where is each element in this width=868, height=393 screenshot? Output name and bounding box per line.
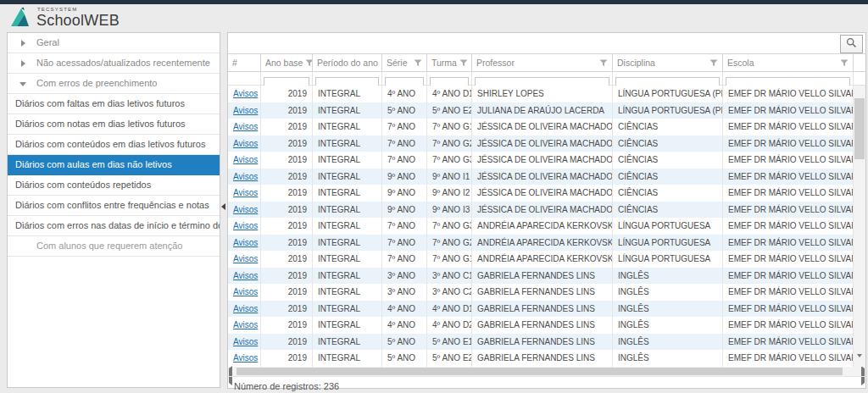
avisos-link[interactable]: Avisos	[233, 188, 258, 197]
column-header-periodo_do_ano[interactable]: Período do ano	[313, 54, 382, 71]
cell-text: 3º ANO	[387, 287, 415, 296]
filter-icon[interactable]	[709, 59, 718, 67]
grid-footer: Número de registros: 236	[228, 376, 865, 388]
cell-text: EMEF DR MÁRIO VELLO SILVARES	[728, 337, 854, 346]
filter-icon[interactable]	[599, 59, 608, 67]
sidebar-item[interactable]: Diários com conteúdos repetidos	[8, 175, 220, 196]
sidebar-item[interactable]: Diários com notas em dias letivos futuro…	[8, 114, 220, 135]
cell-professor: GABRIELA FERNANDES LINS	[472, 350, 613, 367]
cell-text: 2019	[288, 304, 307, 313]
cell-periodo_do_ano: INTEGRAL	[313, 218, 382, 235]
sidebar-item[interactable]: Não acessados/atualizados recentemente	[8, 53, 220, 74]
column-header-turma[interactable]: Turma	[427, 54, 472, 71]
filter-cell-ano_base	[261, 72, 313, 85]
cell-text: 9º ANO	[387, 188, 415, 197]
cell-periodo_do_ano: INTEGRAL	[313, 185, 382, 202]
avisos-link[interactable]: Avisos	[233, 106, 258, 115]
vertical-scrollbar[interactable]	[854, 86, 865, 367]
search-button[interactable]	[840, 35, 863, 53]
cell-text: 2019	[288, 139, 307, 148]
cell-turma: 4º ANO D1	[427, 301, 472, 318]
avisos-link[interactable]: Avisos	[233, 221, 258, 230]
sidebar-item[interactable]: Diários com conflitos entre frequências …	[8, 196, 220, 216]
cell-periodo_do_ano: INTEGRAL	[313, 102, 382, 119]
column-header-escola[interactable]: Escola	[723, 54, 854, 71]
avisos-link[interactable]: Avisos	[233, 172, 258, 181]
column-header-label: Turma	[431, 58, 457, 68]
cell-serie: 4º ANO	[382, 317, 427, 334]
filter-icon[interactable]	[840, 59, 849, 67]
cell-ano_base: 2019	[261, 251, 313, 268]
column-header-professor[interactable]: Professor	[472, 54, 613, 71]
scroll-up-icon[interactable]	[856, 88, 863, 95]
avisos-link[interactable]: Avisos	[233, 155, 258, 164]
cell-periodo_do_ano: INTEGRAL	[313, 169, 382, 185]
cell-escola: EMEF DR MÁRIO VELLO SILVARES	[723, 136, 854, 152]
avisos-link[interactable]: Avisos	[233, 122, 258, 131]
cell-text: INTEGRAL	[318, 271, 360, 280]
filter-cell-professor	[472, 72, 613, 85]
column-header-label: Período do ano	[317, 58, 378, 68]
sidebar-item[interactable]: Com alunos que requerem atenção	[8, 236, 220, 257]
avisos-link[interactable]: Avisos	[233, 287, 258, 296]
sidebar-item[interactable]: Geral	[8, 33, 220, 53]
cell-ano_base: 2019	[261, 284, 313, 301]
cell-professor: GABRIELA FERNANDES LINS	[472, 268, 613, 285]
column-header-disciplina[interactable]: Disciplina	[613, 54, 723, 71]
filter-icon[interactable]	[414, 59, 422, 67]
cell-link: Avisos	[228, 284, 261, 301]
avisos-link[interactable]: Avisos	[233, 320, 258, 329]
cell-disciplina: LÍNGUA PORTUGUESA (PRINCIPAL)	[613, 102, 723, 119]
cell-link: Avisos	[228, 202, 261, 219]
avisos-link[interactable]: Avisos	[233, 337, 258, 346]
avisos-link[interactable]: Avisos	[233, 205, 258, 214]
avisos-link[interactable]: Avisos	[233, 89, 258, 98]
horizontal-scrollbar-thumb[interactable]	[236, 368, 843, 375]
sidebar-item[interactable]: Com erros de preenchimento	[8, 74, 220, 94]
cell-text: SHIRLEY LOPES	[477, 89, 544, 98]
avisos-link[interactable]: Avisos	[233, 271, 258, 280]
avisos-link[interactable]: Avisos	[233, 254, 258, 263]
scroll-down-icon[interactable]	[856, 357, 863, 364]
avisos-link[interactable]: Avisos	[233, 139, 258, 148]
sidebar-item[interactable]: Diários com faltas em dias letivos futur…	[8, 94, 220, 114]
cell-text: LÍNGUA PORTUGUESA	[618, 221, 710, 230]
avisos-link[interactable]: Avisos	[233, 353, 258, 363]
filter-cell-escola	[723, 72, 854, 85]
cell-text: 7º ANO	[387, 122, 415, 131]
cell-link: Avisos	[228, 268, 261, 285]
scroll-left-icon[interactable]	[229, 368, 236, 375]
logo-text: tecsystem SchoolWEB	[36, 7, 120, 28]
cell-turma: 5º ANO E2	[427, 102, 472, 119]
column-header-link[interactable]: #	[228, 54, 261, 71]
grid-header-row: #Ano basePeríodo do anoSérieTurmaProfess…	[228, 53, 865, 72]
sidebar-item[interactable]: Diários com erros nas datas de início e …	[8, 216, 220, 236]
cell-text: INGLÊS	[618, 337, 649, 346]
cell-text: 7º ANO G2	[432, 238, 472, 247]
sidebar-item[interactable]: Diários com aulas em dias não letivos	[8, 155, 220, 175]
filter-icon[interactable]	[305, 59, 313, 67]
avisos-link[interactable]: Avisos	[233, 304, 258, 313]
cell-text: 9º ANO I1	[432, 172, 470, 181]
cell-text: 3º ANO	[387, 271, 415, 280]
column-header-ano_base[interactable]: Ano base	[261, 54, 313, 71]
cell-text: CIÊNCIAS	[618, 172, 658, 181]
cell-text: LÍNGUA PORTUGUESA (PRINCIPAL)	[618, 89, 723, 98]
avisos-link[interactable]: Avisos	[233, 238, 258, 247]
sidebar-item[interactable]: Diários com conteúdos em dias letivos fu…	[8, 135, 220, 155]
sidebar-collapse-handle[interactable]	[221, 202, 226, 212]
filter-icon[interactable]	[459, 59, 468, 67]
cell-professor: JÉSSICA DE OLIVEIRA MACHADO CATRINCK	[472, 169, 613, 185]
app-header: tecsystem SchoolWEB	[0, 4, 868, 30]
cell-text: 9º ANO I2	[432, 188, 470, 197]
cell-escola: EMEF DR MÁRIO VELLO SILVARES	[723, 185, 854, 202]
cell-turma: 7º ANO G2	[427, 136, 472, 152]
column-header-serie[interactable]: Série	[382, 54, 427, 71]
column-header-label: #	[232, 58, 237, 68]
cell-serie: 7º ANO	[382, 136, 427, 152]
cell-turma: 4º ANO D2	[427, 317, 472, 334]
cell-escola: EMEF DR MÁRIO VELLO SILVARES	[723, 235, 854, 252]
cell-text: 2019	[288, 254, 307, 263]
horizontal-scrollbar[interactable]	[228, 367, 865, 376]
vertical-scrollbar-thumb[interactable]	[854, 98, 865, 159]
